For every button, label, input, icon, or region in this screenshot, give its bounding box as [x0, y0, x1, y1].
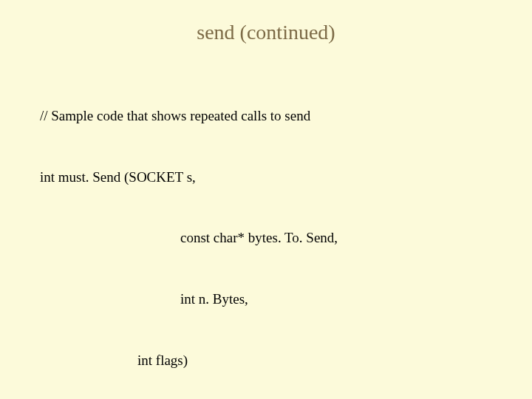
slide: send (continued) // Sample code that sho…: [0, 0, 532, 399]
code-line: int must. Send (SOCKET s,: [40, 167, 492, 188]
code-block: // Sample code that shows repeated calls…: [40, 65, 492, 399]
code-line: const char* bytes. To. Send,: [40, 228, 492, 248]
code-line: // Sample code that shows repeated calls…: [40, 106, 492, 126]
code-line: int n. Bytes,: [40, 289, 492, 310]
code-line: int flags): [40, 350, 492, 371]
slide-title: send (continued): [40, 21, 492, 44]
